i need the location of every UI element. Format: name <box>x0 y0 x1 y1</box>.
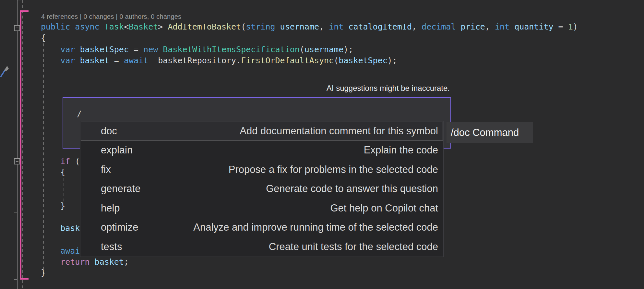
code-line-if[interactable]: if ( <box>41 156 80 167</box>
fold-structure-tick <box>17 1 21 1</box>
code-token: decimal <box>422 22 460 31</box>
slash-command-menu: doc Add documentation comment for this s… <box>80 121 444 257</box>
menu-item-doc[interactable]: doc Add documentation comment for this s… <box>80 121 443 141</box>
menu-item-description: Explain the code <box>364 144 438 156</box>
code-token: ( <box>75 157 80 166</box>
code-token: ; <box>124 257 129 267</box>
code-token: = <box>554 22 568 31</box>
code-token: basket <box>80 56 109 65</box>
code-token: quantity <box>514 22 553 31</box>
code-token <box>41 257 60 267</box>
menu-item-label: explain <box>101 144 133 156</box>
command-tooltip-text: /doc Command <box>451 127 519 138</box>
menu-item-description: Get help on Copilot chat <box>330 202 438 214</box>
code-token: AddItemToBasket <box>168 22 241 31</box>
code-line-if-close-brace[interactable]: } <box>41 200 65 211</box>
code-token: Basket <box>129 22 158 31</box>
code-token: awai <box>60 246 80 256</box>
code-token: > <box>158 22 168 31</box>
code-token: 1 <box>568 22 573 31</box>
code-token: basketSpec <box>339 56 388 65</box>
code-token: price <box>461 22 485 31</box>
menu-item-tests[interactable]: tests Create unit tests for the selected… <box>80 237 443 257</box>
ai-disclaimer-text: AI suggestions might be inaccurate. <box>327 84 450 93</box>
code-token: username <box>280 22 319 31</box>
menu-item-description: Create unit tests for the selected code <box>269 241 438 253</box>
code-token: var <box>60 45 80 54</box>
code-token: = <box>109 56 124 65</box>
code-token: int <box>329 22 348 31</box>
code-token: username <box>304 45 343 54</box>
code-line-open-brace[interactable]: { <box>41 32 46 43</box>
code-token: string <box>246 22 280 31</box>
menu-item-optimize[interactable]: optimize Analyze and improve running tim… <box>80 218 443 237</box>
code-token: basketSpec <box>80 45 129 54</box>
chat-input-value: / <box>77 109 82 118</box>
code-line-basketspec[interactable]: var basketSpec = new BasketWithItemsSpec… <box>41 44 353 55</box>
code-token: ( <box>300 45 304 54</box>
menu-item-label: tests <box>101 241 122 253</box>
code-token: return <box>60 257 94 267</box>
code-line-await[interactable]: awai <box>41 246 80 257</box>
code-token: } <box>41 201 65 211</box>
code-token: _basketRepository <box>153 56 236 65</box>
menu-item-label: fix <box>101 164 111 175</box>
screwdriver-icon[interactable] <box>0 65 9 78</box>
code-token: FirstOrDefaultAsync <box>241 56 334 65</box>
code-token: ); <box>343 45 353 54</box>
code-token: = <box>129 45 143 54</box>
menu-item-label: doc <box>101 125 117 137</box>
code-line-basket[interactable]: var basket = await _basketRepository.Fir… <box>41 55 397 66</box>
menu-item-description: Propose a fix for problems in the select… <box>229 164 438 175</box>
indent-guide <box>64 178 64 204</box>
menu-item-description: Analyze and improve running time of the … <box>193 222 438 233</box>
code-token: , <box>319 22 329 31</box>
fold-structure-tick <box>14 212 18 212</box>
code-token: if <box>60 157 75 166</box>
menu-item-label: help <box>101 202 120 214</box>
menu-item-label: optimize <box>101 222 138 233</box>
menu-item-description: Generate code to answer this question <box>266 183 438 195</box>
code-token: ); <box>388 56 397 65</box>
menu-item-fix[interactable]: fix Propose a fix for problems in the se… <box>80 160 443 179</box>
fold-collapse-toggle[interactable]: − <box>14 158 20 164</box>
code-token: ( <box>241 22 246 31</box>
code-token: async <box>75 22 104 31</box>
code-line-return[interactable]: return basket; <box>41 257 129 268</box>
fold-collapse-toggle[interactable]: − <box>14 25 20 31</box>
code-token: Task <box>104 22 124 31</box>
code-line-close-brace[interactable]: } <box>41 267 46 278</box>
code-token: } <box>41 268 46 277</box>
menu-item-explain[interactable]: explain Explain the code <box>80 141 443 160</box>
code-token: ) <box>573 22 578 31</box>
code-line-basket-add[interactable]: bask <box>41 223 80 234</box>
code-token: await <box>124 56 153 65</box>
code-token: { <box>41 33 46 42</box>
code-token: new <box>143 45 163 54</box>
code-token: , <box>412 22 422 31</box>
code-line-signature[interactable]: public async Task<Basket> AddItemToBaske… <box>41 21 578 32</box>
code-token <box>41 45 60 54</box>
copilot-selection-bracket <box>20 10 29 280</box>
code-token: ( <box>334 56 339 65</box>
command-tooltip: /doc Command <box>447 122 533 143</box>
menu-item-label: generate <box>101 183 140 195</box>
code-token: . <box>236 56 241 65</box>
code-token: { <box>41 167 65 177</box>
menu-item-description: Add documentation comment for this symbo… <box>240 125 438 137</box>
menu-item-help[interactable]: help Get help on Copilot chat <box>80 199 443 218</box>
code-token: < <box>124 22 129 31</box>
code-line-if-open-brace[interactable]: { <box>41 167 65 178</box>
menu-item-generate[interactable]: generate Generate code to answer this qu… <box>80 179 443 199</box>
code-token: public <box>41 22 75 31</box>
code-token <box>41 56 60 65</box>
codelens-info[interactable]: 4 references | 0 changes | 0 authors, 0 … <box>41 13 181 20</box>
code-token <box>41 246 60 256</box>
code-token: int <box>495 22 514 31</box>
fold-structure-tick <box>14 279 18 280</box>
code-token: BasketWithItemsSpecification <box>163 45 299 54</box>
code-token: basket <box>95 257 124 267</box>
code-token: catalogItemId <box>348 22 412 31</box>
code-token: , <box>485 22 495 31</box>
code-token <box>41 157 60 166</box>
